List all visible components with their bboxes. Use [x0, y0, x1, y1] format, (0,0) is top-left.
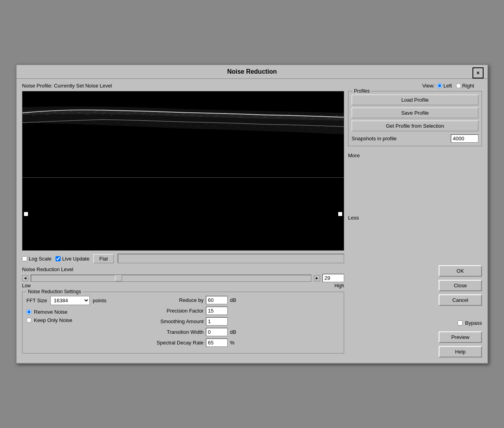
fft-size-select[interactable]: 16384 256 512 1024 2048 4096 8192 32768: [50, 296, 90, 305]
noise-reduction-value-input[interactable]: [322, 274, 344, 282]
high-label: High: [334, 283, 344, 288]
reduce-by-unit: dB: [230, 297, 236, 303]
close-icon[interactable]: ×: [472, 67, 484, 78]
keep-noise-label: Keep Only Noise: [34, 317, 72, 323]
slider-left-arrow[interactable]: ◄: [22, 275, 28, 281]
smoothing-row: Smoothing Amount: [145, 317, 340, 326]
slider-right-arrow[interactable]: ►: [314, 275, 320, 281]
precision-row: Precision Factor: [145, 307, 340, 315]
view-right-option[interactable]: Right: [456, 83, 474, 89]
low-high-row: Low High: [22, 283, 344, 288]
action-buttons: OK Close Cancel Bypass Preview Help: [348, 257, 482, 357]
low-label: Low: [22, 283, 31, 288]
profiles-legend: Profiles: [352, 88, 371, 94]
reduction-handle-left[interactable]: [24, 212, 28, 216]
save-profile-button[interactable]: Save Profile: [352, 108, 478, 118]
view-radio-group: Left Right: [437, 83, 474, 89]
transition-input[interactable]: [206, 328, 228, 336]
live-update-checkbox[interactable]: Live Update: [56, 256, 89, 262]
settings-right: Reduce by dB Precision Factor Smoothing …: [145, 296, 340, 349]
reduce-by-row: Reduce by dB: [145, 296, 340, 304]
less-label: Less: [348, 215, 482, 221]
slider-track[interactable]: [31, 275, 311, 282]
fft-label: FFT Size: [26, 298, 47, 303]
smoothing-label: Smoothing Amount: [145, 318, 204, 324]
precision-label: Precision Factor: [145, 308, 204, 314]
view-section: View: Left Right: [422, 83, 474, 89]
remove-noise-label: Remove Noise: [34, 309, 67, 315]
view-left-option[interactable]: Left: [437, 83, 452, 89]
snapshots-row: Snapshots in profile: [352, 134, 478, 143]
flat-display: [118, 254, 344, 263]
spectral-unit: %: [230, 340, 235, 346]
dialog-body: Noise Profile: Currently Set Noise Level…: [17, 79, 487, 363]
preview-button[interactable]: Preview: [439, 331, 482, 343]
view-left-radio[interactable]: [437, 83, 442, 88]
reduction-handle-right[interactable]: [338, 212, 342, 216]
settings-inner: FFT Size 16384 256 512 1024 2048 4096 81…: [26, 296, 340, 349]
left-panel: Log Scale Live Update Flat Noise Reducti…: [22, 91, 344, 357]
transition-label: Transition Width: [145, 329, 204, 335]
snapshots-label: Snapshots in profile: [352, 136, 397, 141]
keep-noise-radio[interactable]: [26, 318, 32, 323]
get-profile-button[interactable]: Get Profile from Selection: [352, 121, 478, 131]
log-scale-label: Log Scale: [29, 256, 52, 262]
close-button[interactable]: Close: [439, 280, 482, 291]
bypass-checkbox[interactable]: [458, 320, 463, 326]
noise-reduction-level-label: Noise Reduction Level: [22, 266, 344, 272]
snapshots-input[interactable]: [451, 134, 478, 143]
svg-rect-0: [22, 91, 344, 177]
spectral-label: Spectral Decay Rate: [145, 340, 204, 346]
bypass-label: Bypass: [465, 320, 482, 326]
log-scale-checkbox[interactable]: Log Scale: [22, 256, 52, 262]
more-label: More: [348, 153, 482, 158]
transition-row: Transition Width dB: [145, 328, 340, 336]
reduction-svg: [22, 178, 344, 250]
top-row: Noise Profile: Currently Set Noise Level…: [22, 83, 482, 89]
profiles-box: Profiles Load Profile Save Profile Get P…: [348, 91, 482, 146]
settings-box: Noise Reduction Settings FFT Size 16384 …: [22, 292, 344, 354]
main-content: Log Scale Live Update Flat Noise Reducti…: [22, 91, 482, 357]
reduction-display: [22, 178, 344, 251]
precision-input[interactable]: [206, 307, 228, 315]
remove-noise-option[interactable]: Remove Noise: [26, 309, 137, 315]
fft-row: FFT Size 16384 256 512 1024 2048 4096 81…: [26, 296, 137, 305]
waveform-display: [22, 91, 344, 178]
log-scale-input[interactable]: [22, 256, 27, 261]
settings-legend: Noise Reduction Settings: [26, 289, 83, 294]
smoothing-input[interactable]: [206, 317, 228, 326]
remove-noise-radio[interactable]: [26, 309, 32, 314]
spectral-input[interactable]: [206, 339, 228, 347]
spectral-row: Spectral Decay Rate %: [145, 339, 340, 347]
view-label: View:: [422, 83, 435, 89]
settings-left: FFT Size 16384 256 512 1024 2048 4096 81…: [26, 296, 137, 349]
slider-thumb[interactable]: [115, 275, 122, 281]
fft-points-label: points: [93, 298, 107, 303]
waveform-svg: [22, 91, 344, 177]
transition-unit: dB: [230, 329, 236, 335]
more-less-section: More Less: [348, 150, 482, 223]
controls-row: Log Scale Live Update Flat: [22, 254, 344, 263]
noise-profile-label: Noise Profile: Currently Set Noise Level: [22, 83, 422, 89]
flat-button[interactable]: Flat: [93, 254, 114, 263]
bypass-row: Bypass: [458, 320, 482, 326]
noise-reduction-level-section: Noise Reduction Level ◄ ► Low High: [22, 266, 344, 288]
reduce-by-label: Reduce by: [145, 297, 204, 303]
help-button[interactable]: Help: [439, 346, 482, 357]
view-right-radio[interactable]: [456, 83, 461, 88]
live-update-input[interactable]: [56, 256, 61, 261]
load-profile-button[interactable]: Load Profile: [352, 95, 478, 105]
view-right-label: Right: [462, 83, 474, 89]
live-update-label: Live Update: [62, 256, 89, 262]
ok-button[interactable]: OK: [439, 265, 482, 277]
reduce-by-input[interactable]: [206, 296, 228, 304]
svg-rect-81: [22, 178, 344, 250]
cancel-button[interactable]: Cancel: [439, 294, 482, 306]
right-panel: Profiles Load Profile Save Profile Get P…: [348, 91, 482, 357]
keep-noise-option[interactable]: Keep Only Noise: [26, 317, 137, 323]
slider-row: ◄ ►: [22, 274, 344, 282]
dialog-title: Noise Reduction: [227, 68, 277, 75]
view-left-label: Left: [443, 83, 452, 89]
noise-reduction-dialog: Noise Reduction × Noise Profile: Current…: [16, 64, 488, 364]
title-bar: Noise Reduction ×: [17, 65, 487, 79]
